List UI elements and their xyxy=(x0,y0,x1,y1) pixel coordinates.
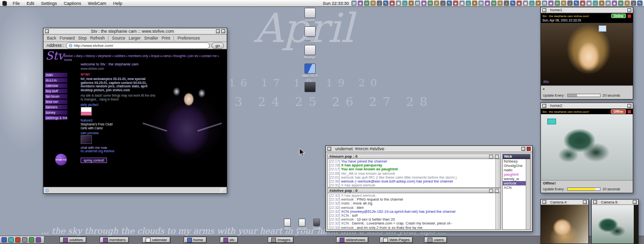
menubar-app-icon[interactable]: ✦ xyxy=(408,0,414,6)
sidebar-link-survey[interactable]: survey xyxy=(45,110,67,115)
nick-item-ghostgone[interactable]: GhostgOne xyxy=(503,163,526,168)
menubar-app-icon[interactable]: ☀ xyxy=(624,0,630,6)
taskbar-button-home[interactable]: home xyxy=(184,237,207,243)
go-button[interactable]: go xyxy=(212,42,224,49)
menubar-app-icon[interactable]: ☀ xyxy=(370,0,376,6)
chat-log-mourn[interactable]: [22:17] You have joined the channel[22:2… xyxy=(327,159,501,188)
browser-titlebar[interactable]: Stv : the stephanie cam :: www.stvlive.c… xyxy=(43,28,227,35)
menubar-app-icon[interactable]: ☼ xyxy=(529,0,535,6)
disclosure-triangle-icon[interactable]: ▾ xyxy=(543,87,545,91)
sidebar-link-calendar[interactable]: calendar xyxy=(45,83,67,88)
menubar-app-icon[interactable]: ✦ xyxy=(599,0,604,6)
menubar-app-icon[interactable]: ▤ xyxy=(351,0,357,6)
nick-item-matic[interactable]: matic xyxy=(503,168,526,172)
menubar-app-icon[interactable]: ▣ xyxy=(396,0,401,6)
menubar-clock[interactable]: Sun 22:33:30 xyxy=(320,1,351,6)
channel-minimize-icon[interactable] xyxy=(489,155,493,159)
menubar-app-icon[interactable]: ◆ xyxy=(358,0,363,6)
toolbar-stop-button[interactable]: Stop xyxy=(78,36,87,41)
zoom-icon[interactable]: zoom! xyxy=(304,8,316,22)
chat-address[interactable]: irc.undernet.org #stvlive xyxy=(81,149,158,153)
channel-close-icon[interactable] xyxy=(495,155,499,159)
menubar-app-icon[interactable]: ✉ xyxy=(618,0,623,6)
sidebar-link-feed-me[interactable]: feed me! xyxy=(45,100,67,104)
menubar-app-icon[interactable]: ▤ xyxy=(542,0,547,6)
update-interval-slider[interactable] xyxy=(567,94,601,97)
menubar-app-icon[interactable]: ✎ xyxy=(383,0,388,6)
menubar-app-icon[interactable]: ▣ xyxy=(523,0,528,6)
menubar-app-icon[interactable]: ✦ xyxy=(472,0,477,6)
chat-log-stvlive[interactable]: [22:32] X has apped werlook.[22:32] werl… xyxy=(327,193,501,230)
macos9-icon[interactable]: Mac OS 9 xyxy=(302,63,317,78)
sidebar-link-banners[interactable]: banners xyxy=(45,105,67,109)
html-file-icon[interactable]: html xyxy=(281,219,293,231)
toolbar-smaller-button[interactable]: Smaller xyxy=(144,36,158,41)
close-box-icon[interactable] xyxy=(593,200,597,204)
blurp-icon[interactable]: blurp! xyxy=(304,26,316,41)
sidebar-link-main[interactable]: main xyxy=(45,73,67,77)
piccist-file-icon[interactable]: piccist xyxy=(296,219,308,231)
camera4-titlebar[interactable]: Camera-4 xyxy=(541,200,588,205)
menubar-app-icon[interactable]: ♪ xyxy=(504,0,509,6)
channel-close-icon[interactable] xyxy=(495,189,499,193)
toolbar-larger-button[interactable]: Larger xyxy=(129,36,141,41)
nick-item-werlook[interactable]: werlook xyxy=(503,181,526,185)
channel-header-stvlive[interactable]: #stvlive pop : 0 xyxy=(327,188,501,193)
menubar-app-icon[interactable]: ☀ xyxy=(497,0,503,6)
collapse-box-icon[interactable] xyxy=(633,200,637,204)
dock-app-icon[interactable] xyxy=(29,237,34,243)
menubar-app-icon[interactable]: ☼ xyxy=(402,0,408,6)
sidebar-link-m-o-t-m[interactable]: m.o.t.m. xyxy=(45,78,67,82)
menubar-app-icon[interactable]: ✉ xyxy=(428,0,433,6)
close-x-icon[interactable] xyxy=(627,110,631,114)
menubar-app-icon[interactable]: ✦ xyxy=(536,0,541,6)
display-icon[interactable] xyxy=(304,82,316,93)
menubar-app-icon[interactable]: ▣ xyxy=(586,0,592,6)
menubar-app-icon[interactable]: ✉ xyxy=(555,0,560,6)
zoom-box-icon[interactable] xyxy=(221,29,225,33)
toolbar-forward-button[interactable]: Forward xyxy=(60,36,75,41)
toolbar-source-button[interactable]: Source xyxy=(112,36,125,41)
toolbar-preferences-button[interactable]: Preferences xyxy=(177,36,200,41)
taskbar-button-members[interactable]: members xyxy=(100,237,129,243)
nick-item-wendy-w[interactable]: wendy_w xyxy=(503,177,526,181)
apple-menu-icon[interactable] xyxy=(2,1,7,6)
floomp-icon[interactable]: floomp! xyxy=(304,45,316,60)
channel-header-mourn[interactable]: #mourn pop : 0 xyxy=(327,154,501,159)
site-logo[interactable]: Stv xyxy=(45,49,64,62)
collapse-box-icon[interactable] xyxy=(216,29,220,33)
collapse-box-icon[interactable] xyxy=(627,104,631,108)
close-x-icon[interactable] xyxy=(527,147,531,151)
update-interval-slider[interactable] xyxy=(567,187,601,191)
trash-icon[interactable]: Trash xyxy=(311,219,322,231)
menubar-app-icon[interactable]: ✉ xyxy=(491,0,496,6)
menubar-app-icon[interactable]: ♪ xyxy=(440,0,446,6)
toolbar-refresh-button[interactable]: Refresh xyxy=(90,36,105,41)
chat-scrollbar[interactable] xyxy=(495,159,500,187)
menubar-menu-webcam[interactable]: WebCam xyxy=(85,0,109,7)
menubar-app-icon[interactable]: ◆ xyxy=(612,0,617,6)
menubar-app-icon[interactable]: ◈ xyxy=(516,0,522,6)
menubar-menu-settings[interactable]: Settings xyxy=(38,0,61,7)
dock-app-icon[interactable] xyxy=(1,237,7,243)
featured-link-1[interactable]: Stephanie's Free Club! xyxy=(81,122,158,126)
menubar-app-icon[interactable]: ♪ xyxy=(631,0,636,6)
taskbar-button-stv[interactable]: stv xyxy=(220,237,238,243)
dock-app-icon[interactable] xyxy=(8,237,14,243)
taskbar-button-web-pages[interactable]: Web Pages xyxy=(380,237,413,243)
featured-link-2[interactable]: Girls with Camz xyxy=(81,126,158,130)
menubar-app-icon[interactable]: ▣ xyxy=(459,0,465,6)
nick-item-paughtnil[interactable]: paughtnil xyxy=(503,172,526,177)
taskbar-button-slideshows[interactable]: slideshows xyxy=(336,237,368,243)
dock-app-icon[interactable] xyxy=(36,237,41,243)
close-box-icon[interactable] xyxy=(542,200,546,204)
home1-titlebar[interactable]: home1 xyxy=(541,7,633,13)
taskbar-button-calendar[interactable]: calendar xyxy=(142,237,171,243)
spring-contest-button[interactable]: spring contest! xyxy=(81,158,107,163)
taskbar-button-users[interactable]: users xyxy=(424,237,447,243)
menubar-menu-help[interactable]: Help xyxy=(109,0,126,7)
home2-titlebar[interactable]: home2 xyxy=(541,103,633,109)
menubar-app-icon[interactable]: ♪ xyxy=(377,0,382,6)
menubar-menu-captions[interactable]: Captions xyxy=(61,0,85,7)
menubar-app-icon[interactable]: ◈ xyxy=(389,0,395,6)
